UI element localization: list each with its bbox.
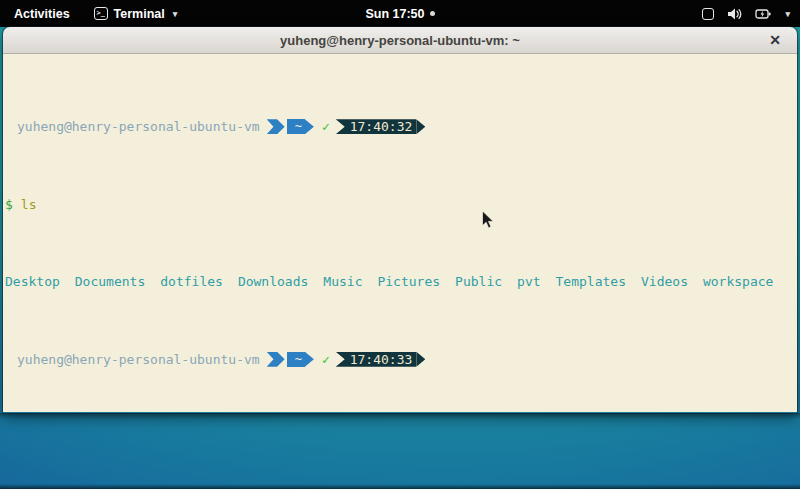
prompt-line-1: yuheng@henry-personal-ubuntu-vm ~ ✓ 17:4…	[5, 119, 795, 135]
prompt-path: ~	[287, 119, 305, 134]
directory-name: workspace	[703, 274, 773, 290]
powerline-path-segment: ~	[260, 119, 314, 134]
app-menu-label: Terminal	[114, 7, 165, 21]
powerline-time-segment: 17:40:33	[336, 352, 426, 367]
status-check-icon: ✓	[322, 352, 330, 368]
command-line: $ ls	[5, 197, 795, 213]
directory-name: Downloads	[238, 274, 308, 290]
powerline-arrow-icon	[416, 352, 425, 367]
prompt-line-2: yuheng@henry-personal-ubuntu-vm ~ ✓ 17:4…	[5, 352, 795, 368]
notification-dot-icon	[430, 11, 435, 16]
mouse-cursor-icon	[481, 210, 495, 230]
prompt-path: ~	[287, 352, 305, 367]
prompt-timestamp: 17:40:32	[336, 119, 417, 134]
directory-name: dotfiles	[160, 274, 223, 290]
powerline-chevron-icon	[267, 352, 285, 367]
directory-name: Documents	[75, 274, 145, 290]
powerline-chevron-icon	[267, 119, 285, 134]
directory-name: Videos	[641, 274, 688, 290]
window-titlebar[interactable]: yuheng@henry-personal-ubuntu-vm: ~ ✕	[3, 27, 797, 54]
prompt-timestamp: 17:40:33	[336, 352, 417, 367]
directory-name: pvt	[517, 274, 540, 290]
directory-name: Templates	[556, 274, 626, 290]
activities-label: Activities	[14, 7, 70, 21]
powerline-time-segment: 17:40:32	[336, 119, 426, 134]
terminal-window: yuheng@henry-personal-ubuntu-vm: ~ ✕ yuh…	[3, 27, 797, 413]
activities-button[interactable]: Activities	[0, 0, 84, 27]
chevron-down-icon: ▾	[785, 9, 790, 19]
close-icon[interactable]: ✕	[766, 31, 784, 49]
desktop-bottom-shade	[0, 484, 800, 489]
volume-icon	[727, 7, 742, 21]
prompt-user: yuheng@henry-personal-ubuntu-vm	[17, 352, 260, 368]
battery-icon	[755, 7, 772, 21]
prompt-user: yuheng@henry-personal-ubuntu-vm	[17, 119, 260, 135]
top-bar: Activities >_ Terminal ▾ Sun 17:50 ▾	[0, 0, 800, 27]
directory-name: Desktop	[5, 274, 60, 290]
directory-name: Public	[455, 274, 502, 290]
powerline-path-segment: ~	[260, 352, 314, 367]
system-status-area[interactable]: ▾	[702, 0, 794, 27]
powerline-arrow-icon	[305, 352, 314, 367]
app-menu-terminal[interactable]: >_ Terminal ▾	[84, 0, 188, 27]
window-title: yuheng@henry-personal-ubuntu-vm: ~	[280, 33, 520, 48]
terminal-content[interactable]: yuheng@henry-personal-ubuntu-vm ~ ✓ 17:4…	[3, 54, 797, 412]
status-check-icon: ✓	[322, 119, 330, 135]
terminal-icon: >_	[94, 7, 108, 20]
directory-name: Pictures	[377, 274, 440, 290]
command-text: ls	[21, 197, 37, 213]
chevron-down-icon: ▾	[173, 9, 178, 19]
ls-output-line: Desktop Documents dotfiles Downloads Mus…	[5, 274, 795, 290]
prompt-symbol: $	[5, 197, 13, 213]
window-drop-shadow	[0, 413, 800, 419]
clock-label[interactable]: Sun 17:50	[365, 7, 424, 21]
screen-icon	[702, 8, 714, 20]
powerline-arrow-icon	[416, 119, 425, 134]
powerline-arrow-icon	[305, 119, 314, 134]
directory-name: Music	[323, 274, 362, 290]
